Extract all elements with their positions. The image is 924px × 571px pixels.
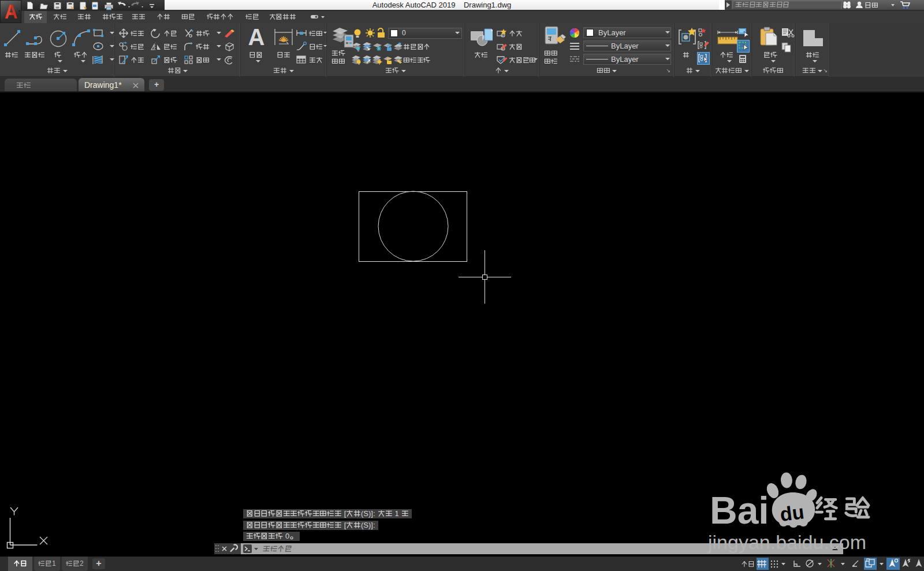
svg-text:du: du — [779, 500, 806, 525]
svg-text:Bai: Bai — [710, 489, 769, 532]
svg-text:jingyan.baidu.com: jingyan.baidu.com — [707, 531, 866, 553]
